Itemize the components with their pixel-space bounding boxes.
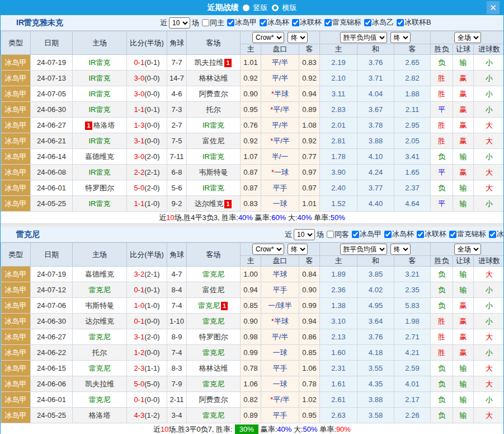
handicap-result-cell: 赢 <box>453 86 474 102</box>
scope-select[interactable]: 全场 <box>454 32 481 43</box>
avg-draw: 3.58 <box>369 411 383 419</box>
red-card-badge: 1 <box>221 302 228 310</box>
fulltime-score: 0-1 <box>134 317 144 325</box>
handicap-result: 输 <box>460 270 467 278</box>
home-team-cell: 韦斯特曼 <box>73 298 127 314</box>
avg-draw: 4.04 <box>369 90 383 98</box>
avg-time-select[interactable]: 终 <box>390 32 411 43</box>
result-cell: 负 <box>431 282 453 298</box>
league-checkbox[interactable] <box>417 231 424 238</box>
summary-part: 50% <box>303 425 318 433</box>
goals-result-cell: 大 <box>474 180 504 196</box>
match-result: 负 <box>438 364 445 372</box>
league-checkbox[interactable] <box>260 19 267 26</box>
goals-result: 大 <box>486 184 493 192</box>
league-filter[interactable]: 冰岛甲 <box>349 229 381 239</box>
avg-away-cell: 2.11 <box>394 102 431 118</box>
odds-company-select[interactable]: Crow* <box>252 32 284 43</box>
league-checkbox[interactable] <box>227 19 234 26</box>
team-name: 雷克尼 <box>89 286 111 294</box>
league-checkbox[interactable] <box>449 231 456 238</box>
league-checkbox[interactable] <box>384 231 392 238</box>
odds-time-select[interactable]: 终 <box>288 32 308 43</box>
corner-count: 8-4 <box>172 286 182 294</box>
horizontal-layout-radio[interactable] <box>272 4 279 11</box>
same-venue-filter[interactable]: 同主 <box>199 18 224 28</box>
vertical-layout-radio[interactable] <box>243 4 249 11</box>
avg-type-select[interactable]: 胜平负均值 <box>340 244 387 255</box>
league-filter[interactable]: 雷克锦标 <box>446 229 486 239</box>
scope-select[interactable]: 全场 <box>454 244 481 255</box>
odds-time-select[interactable]: 终 <box>288 244 308 255</box>
league-checkbox[interactable] <box>292 19 299 26</box>
handicap-line: 一球 <box>273 380 288 388</box>
close-button[interactable]: ✕ <box>487 1 500 14</box>
same-venue-checkbox[interactable] <box>202 19 209 26</box>
league-type-cell: 冰岛甲 <box>1 329 31 345</box>
league-filter[interactable]: 冰联杯 <box>414 229 446 239</box>
avg-type-select[interactable]: 胜平负均值 <box>340 32 387 43</box>
same-venue-filter[interactable]: 同客 <box>324 230 349 240</box>
avg-time-select[interactable]: 终 <box>390 244 411 255</box>
league-label: 冰联杯 <box>300 17 322 27</box>
league-checkbox[interactable] <box>489 231 496 238</box>
league-type: 冰岛甲 <box>5 380 27 388</box>
same-venue-checkbox[interactable] <box>327 231 334 238</box>
league-type-cell: 冰岛甲 <box>1 196 31 212</box>
handicap-result: 输 <box>460 411 467 419</box>
avg-home: 2.10 <box>331 74 345 82</box>
away-odds: 0.84 <box>302 270 316 278</box>
league-filter[interactable]: 雷克锦标 <box>322 17 361 27</box>
away-team-cell: 雷克尼 <box>187 408 241 423</box>
league-checkbox[interactable] <box>352 231 359 238</box>
match-count-select[interactable]: 10 <box>169 17 190 29</box>
league-filter[interactable]: 冰联杯B <box>394 17 431 27</box>
score-cell: 3-2(2-1) <box>127 267 167 282</box>
away-odds: 0.92 <box>302 137 316 145</box>
avg-away: 2.05 <box>405 137 419 145</box>
match-count-select[interactable]: 10 <box>294 229 315 240</box>
handicap-result: 赢 <box>460 168 467 176</box>
goals-result: 大 <box>486 380 493 388</box>
avg-home: 2.31 <box>331 364 345 372</box>
handicap-line: 平/半 <box>273 395 290 404</box>
avg-away-cell: 3.41 <box>394 149 431 165</box>
date-cell: 24-06-06 <box>31 376 73 392</box>
league-filter[interactable]: 冰岛超 <box>486 229 504 239</box>
near-label: 近 <box>285 230 292 240</box>
handicap-cell: *平/半 <box>261 392 299 408</box>
handicap-cell: 平/半 <box>261 118 299 133</box>
summary-part: 大: <box>286 213 297 223</box>
league-type: 冰岛甲 <box>5 74 27 82</box>
fulltime-score: 3-0 <box>134 74 144 82</box>
league-filter[interactable]: 冰岛甲 <box>224 17 257 27</box>
match-date: 24-06-30 <box>37 105 66 114</box>
team-name: 格洛塔 <box>93 121 115 129</box>
handicap-result-cell: 赢 <box>453 314 474 329</box>
goals-result: 大 <box>486 364 493 372</box>
league-checkbox[interactable] <box>324 19 332 26</box>
away-team-cell: 凯夫拉维1 <box>187 55 241 71</box>
result-cell: 负 <box>431 392 453 408</box>
match-row: 冰岛甲24-05-25IR雷克1-1(1-0)9-2达尔维克10.83一球1.0… <box>1 196 504 212</box>
away-odds-cell: 0.78 <box>299 376 320 392</box>
league-filter[interactable]: 冰岛杯 <box>381 229 414 239</box>
avg-home: 2.40 <box>331 184 345 192</box>
league-checkbox[interactable] <box>364 19 371 26</box>
handicap-result-cell: 输 <box>453 267 474 282</box>
avg-draw: 4.10 <box>369 152 383 161</box>
league-filter[interactable]: 冰岛乙 <box>361 17 394 27</box>
goals-result-cell: 小 <box>474 282 504 298</box>
avg-away-cell: 1.65 <box>394 165 431 180</box>
league-checkbox[interactable] <box>397 19 404 26</box>
avg-home-cell: 2.40 <box>320 180 357 196</box>
away-team-cell: 阿费查尔 <box>187 392 241 408</box>
corner-count: 5-6 <box>172 184 182 192</box>
league-filter[interactable]: 冰岛杯 <box>257 17 289 27</box>
match-row: 冰岛甲24-07-12雷克尼0-1(0-1)8-4富佐尼0.94平手0.902.… <box>1 282 504 298</box>
odds-company-select[interactable]: Crow* <box>252 244 284 255</box>
match-date: 24-07-19 <box>37 270 66 278</box>
sub-header-odds-away: 客 <box>299 44 320 55</box>
home-odds: 0.83 <box>243 199 257 208</box>
league-filter[interactable]: 冰联杯 <box>289 17 322 27</box>
